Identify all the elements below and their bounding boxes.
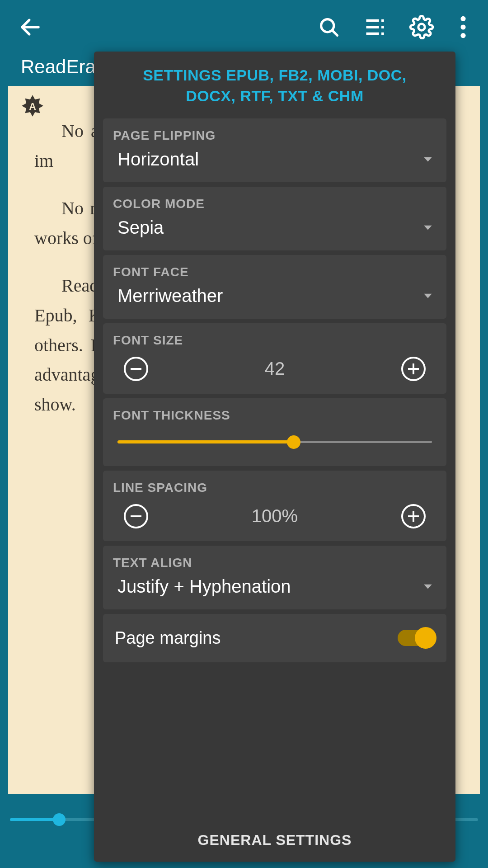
color-mode-label: COLOR MODE [113, 197, 436, 211]
svg-rect-4 [366, 26, 379, 28]
app-bar [0, 0, 488, 54]
general-settings-button[interactable]: GENERAL SETTINGS [94, 818, 455, 862]
brightness-badge-icon: A [21, 94, 44, 118]
back-icon[interactable] [18, 15, 42, 39]
line-spacing-increase-button[interactable] [401, 504, 426, 528]
svg-point-9 [418, 24, 425, 30]
font-face-card[interactable]: FONT FACE Merriweather [103, 255, 446, 319]
svg-rect-3 [366, 19, 379, 22]
font-thickness-card: FONT THICKNESS [103, 398, 446, 466]
page-flipping-value: Horizontal [117, 149, 422, 170]
svg-text:A: A [29, 101, 36, 112]
line-spacing-value: 100% [252, 506, 298, 526]
settings-panel-title: SETTINGS EPUB, FB2, MOBI, DOC, DOCX, RTF… [94, 52, 455, 118]
svg-point-11 [460, 24, 465, 29]
search-icon[interactable] [317, 15, 341, 39]
svg-rect-6 [381, 19, 384, 22]
settings-scroll[interactable]: PAGE FLIPPING Horizontal COLOR MODE Sepi… [94, 118, 455, 818]
font-size-value: 42 [265, 359, 285, 379]
gear-icon[interactable] [409, 15, 434, 39]
font-size-label: FONT SIZE [113, 333, 436, 348]
font-size-increase-button[interactable] [401, 357, 426, 381]
overflow-icon[interactable] [456, 15, 470, 39]
font-face-label: FONT FACE [113, 265, 436, 279]
toc-icon[interactable] [363, 15, 387, 39]
settings-panel: SETTINGS EPUB, FB2, MOBI, DOC, DOCX, RTF… [94, 52, 455, 862]
color-mode-value: Sepia [117, 217, 422, 238]
svg-marker-18 [424, 585, 432, 589]
page-margins-label: Page margins [115, 628, 221, 648]
text-align-value: Justify + Hyphenation [117, 576, 422, 597]
line-spacing-card: LINE SPACING 100% [103, 471, 446, 541]
page-margins-card: Page margins [103, 614, 446, 662]
chevron-down-icon [422, 290, 434, 302]
font-thickness-slider[interactable] [117, 429, 432, 454]
font-size-card: FONT SIZE 42 [103, 323, 446, 394]
font-thickness-label: FONT THICKNESS [113, 408, 436, 423]
svg-point-10 [460, 16, 465, 21]
page-flipping-label: PAGE FLIPPING [113, 128, 436, 143]
chevron-down-icon [422, 580, 434, 592]
page-margins-toggle[interactable] [398, 630, 435, 646]
svg-point-12 [460, 33, 465, 38]
svg-line-2 [332, 30, 337, 35]
chevron-down-icon [422, 222, 434, 233]
chevron-down-icon [422, 153, 434, 165]
svg-rect-5 [366, 33, 379, 35]
font-size-decrease-button[interactable] [124, 357, 148, 381]
svg-marker-17 [424, 294, 432, 298]
font-face-value: Merriweather [117, 286, 422, 306]
page-flipping-card[interactable]: PAGE FLIPPING Horizontal [103, 118, 446, 182]
svg-marker-15 [424, 157, 432, 162]
progress-thumb[interactable] [53, 813, 66, 826]
slider-thumb[interactable] [287, 435, 300, 449]
line-spacing-label: LINE SPACING [113, 481, 436, 495]
text-align-card[interactable]: TEXT ALIGN Justify + Hyphenation [103, 546, 446, 609]
progress-fill [10, 818, 59, 821]
text-align-label: TEXT ALIGN [113, 556, 436, 570]
color-mode-card[interactable]: COLOR MODE Sepia [103, 187, 446, 250]
line-spacing-decrease-button[interactable] [124, 504, 148, 528]
svg-marker-16 [424, 226, 432, 230]
svg-rect-7 [381, 26, 384, 28]
svg-rect-8 [381, 33, 384, 35]
